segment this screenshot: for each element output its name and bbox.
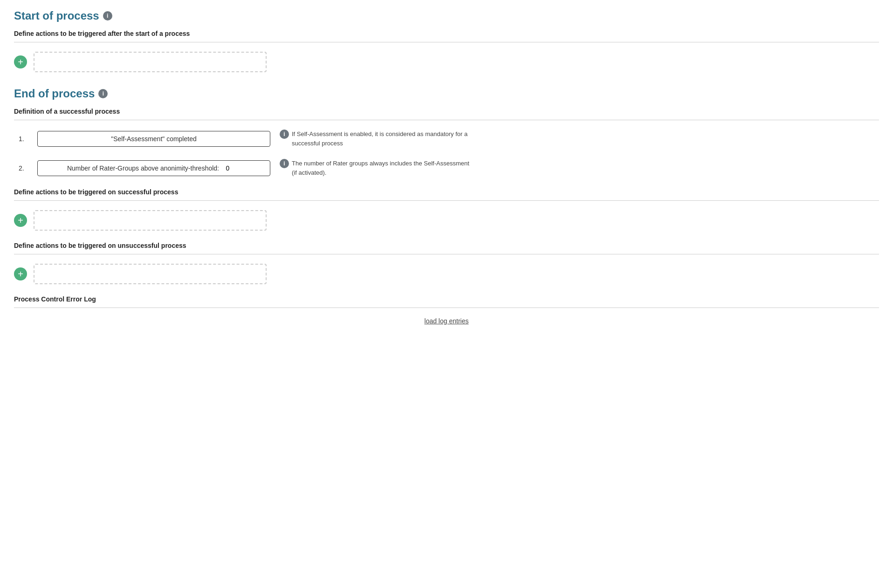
- end-of-process-title: End of process i: [14, 87, 879, 100]
- unsuccessful-divider: [14, 254, 879, 254]
- error-log-divider: [14, 308, 879, 308]
- condition-box-2: Number of Rater-Groups above anonimity-t…: [37, 160, 270, 176]
- condition-box-1: "Self-Assessment" completed: [37, 131, 270, 147]
- unsuccessful-subtitle: Define actions to be triggered on unsucc…: [14, 242, 879, 249]
- unsuccessful-action-zone: +: [14, 264, 879, 284]
- condition-2-info-icon[interactable]: i: [280, 159, 289, 168]
- condition-info-text-2: The number of Rater groups always includ…: [292, 159, 475, 177]
- successful-divider: [14, 200, 879, 201]
- error-log-subtitle: Process Control Error Log: [14, 295, 879, 303]
- successful-action-zone: +: [14, 210, 879, 231]
- end-of-process-info-icon[interactable]: i: [98, 89, 108, 98]
- start-title-text: Start of process: [14, 9, 99, 22]
- start-of-process-title: Start of process i: [14, 9, 879, 22]
- start-drop-area: [34, 52, 267, 72]
- definition-divider: [14, 120, 879, 120]
- start-subtitle: Define actions to be triggered after the…: [14, 30, 879, 37]
- condition-info-text-1: If Self-Assessment is enabled, it is con…: [292, 130, 475, 148]
- condition-info-1: i If Self-Assessment is enabled, it is c…: [280, 130, 475, 148]
- successful-drop-area: [34, 210, 267, 231]
- condition-number-2: 2.: [19, 164, 28, 172]
- condition-label-2: Number of Rater-Groups above anonimity-t…: [67, 164, 219, 172]
- unsuccessful-add-button[interactable]: +: [14, 267, 27, 280]
- definition-subtitle: Definition of a successful process: [14, 108, 879, 115]
- condition-row-2: 2. Number of Rater-Groups above anonimit…: [14, 159, 879, 177]
- condition-label-1: "Self-Assessment" completed: [111, 135, 196, 143]
- start-action-zone: +: [14, 52, 879, 72]
- start-add-button[interactable]: +: [14, 55, 27, 68]
- unsuccessful-drop-area: [34, 264, 267, 284]
- end-of-process-section: End of process i Definition of a success…: [14, 87, 879, 325]
- start-divider: [14, 42, 879, 42]
- condition-1-info-icon[interactable]: i: [280, 130, 289, 139]
- start-of-process-section: Start of process i Define actions to be …: [14, 9, 879, 72]
- successful-subtitle: Define actions to be triggered on succes…: [14, 188, 879, 196]
- start-of-process-info-icon[interactable]: i: [103, 11, 112, 21]
- condition-row-1: 1. "Self-Assessment" completed i If Self…: [14, 130, 879, 148]
- condition-number-1: 1.: [19, 135, 28, 143]
- end-title-text: End of process: [14, 87, 95, 100]
- load-log-link[interactable]: load log entries: [14, 317, 879, 325]
- condition-info-2: i The number of Rater groups always incl…: [280, 159, 475, 177]
- successful-add-button[interactable]: +: [14, 214, 27, 227]
- rater-groups-spinner[interactable]: [222, 164, 240, 172]
